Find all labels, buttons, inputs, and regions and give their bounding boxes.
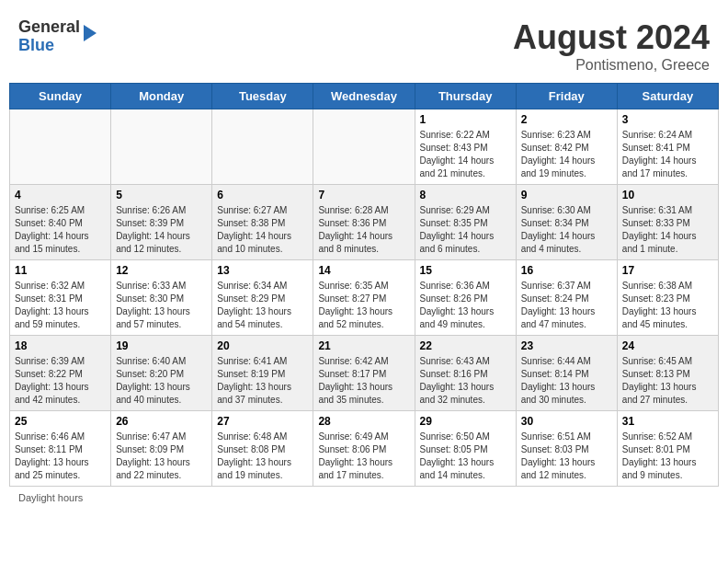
day-number: 1: [420, 113, 511, 126]
day-number: 7: [318, 189, 409, 201]
day-number: 31: [622, 415, 713, 428]
calendar-day-cell: 22Sunrise: 6:43 AM Sunset: 8:16 PM Dayli…: [415, 336, 516, 411]
calendar-week-row: 25Sunrise: 6:46 AM Sunset: 8:11 PM Dayli…: [10, 411, 719, 487]
day-number: 25: [15, 415, 106, 428]
day-info: Sunrise: 6:29 AM Sunset: 8:35 PM Dayligh…: [420, 204, 511, 256]
calendar-week-row: 11Sunrise: 6:32 AM Sunset: 8:31 PM Dayli…: [10, 260, 719, 336]
calendar-day-cell: 14Sunrise: 6:35 AM Sunset: 8:27 PM Dayli…: [313, 260, 415, 336]
calendar-day-cell: 6Sunrise: 6:27 AM Sunset: 8:38 PM Daylig…: [212, 185, 313, 260]
day-info: Sunrise: 6:50 AM Sunset: 8:05 PM Dayligh…: [420, 431, 511, 482]
day-info: Sunrise: 6:27 AM Sunset: 8:38 PM Dayligh…: [217, 204, 308, 256]
day-info: Sunrise: 6:23 AM Sunset: 8:42 PM Dayligh…: [521, 129, 612, 180]
calendar-day-cell: 29Sunrise: 6:50 AM Sunset: 8:05 PM Dayli…: [415, 411, 516, 487]
calendar-day-cell: 28Sunrise: 6:49 AM Sunset: 8:06 PM Dayli…: [313, 411, 415, 487]
day-info: Sunrise: 6:46 AM Sunset: 8:11 PM Dayligh…: [15, 431, 106, 482]
location-subtitle: Pontismeno, Greece: [513, 57, 710, 74]
day-info: Sunrise: 6:38 AM Sunset: 8:23 PM Dayligh…: [622, 280, 713, 331]
day-info: Sunrise: 6:36 AM Sunset: 8:26 PM Dayligh…: [420, 280, 511, 331]
day-info: Sunrise: 6:22 AM Sunset: 8:43 PM Dayligh…: [420, 129, 511, 180]
day-info: Sunrise: 6:43 AM Sunset: 8:16 PM Dayligh…: [420, 355, 511, 407]
calendar-day-cell: 15Sunrise: 6:36 AM Sunset: 8:26 PM Dayli…: [415, 260, 516, 336]
weekday-header: Friday: [516, 84, 617, 109]
calendar-day-cell: 12Sunrise: 6:33 AM Sunset: 8:30 PM Dayli…: [111, 260, 212, 336]
logo-general: General: [18, 18, 80, 37]
calendar-day-cell: 27Sunrise: 6:48 AM Sunset: 8:08 PM Dayli…: [212, 411, 313, 487]
day-number: 13: [217, 264, 308, 277]
calendar-day-cell: 11Sunrise: 6:32 AM Sunset: 8:31 PM Dayli…: [10, 260, 111, 336]
day-info: Sunrise: 6:28 AM Sunset: 8:36 PM Dayligh…: [318, 204, 409, 256]
calendar-day-cell: 8Sunrise: 6:29 AM Sunset: 8:35 PM Daylig…: [415, 185, 516, 260]
logo-arrow-icon: [84, 25, 97, 41]
calendar-day-cell: 2Sunrise: 6:23 AM Sunset: 8:42 PM Daylig…: [516, 109, 617, 185]
day-info: Sunrise: 6:26 AM Sunset: 8:39 PM Dayligh…: [116, 204, 207, 256]
calendar-day-cell: 21Sunrise: 6:42 AM Sunset: 8:17 PM Dayli…: [313, 336, 415, 411]
day-info: Sunrise: 6:33 AM Sunset: 8:30 PM Dayligh…: [116, 280, 207, 331]
day-number: 11: [15, 264, 106, 277]
calendar-day-cell: 23Sunrise: 6:44 AM Sunset: 8:14 PM Dayli…: [516, 336, 617, 411]
day-number: 29: [420, 415, 511, 428]
day-info: Sunrise: 6:31 AM Sunset: 8:33 PM Dayligh…: [622, 204, 713, 256]
day-info: Sunrise: 6:48 AM Sunset: 8:08 PM Dayligh…: [217, 431, 308, 482]
daylight-label: Daylight hours: [18, 492, 83, 503]
calendar-day-cell: 24Sunrise: 6:45 AM Sunset: 8:13 PM Dayli…: [617, 336, 718, 411]
calendar-week-row: 4Sunrise: 6:25 AM Sunset: 8:40 PM Daylig…: [10, 185, 719, 260]
day-number: 27: [217, 415, 308, 428]
day-info: Sunrise: 6:25 AM Sunset: 8:40 PM Dayligh…: [15, 204, 106, 256]
logo-blue: Blue: [18, 37, 80, 55]
day-number: 5: [116, 189, 207, 201]
day-number: 14: [318, 264, 409, 277]
day-number: 28: [318, 415, 409, 428]
day-number: 12: [116, 264, 207, 277]
day-number: 21: [318, 339, 409, 352]
calendar-day-cell: 19Sunrise: 6:40 AM Sunset: 8:20 PM Dayli…: [111, 336, 212, 411]
day-number: 18: [15, 339, 106, 352]
day-number: 16: [521, 264, 612, 277]
day-info: Sunrise: 6:44 AM Sunset: 8:14 PM Dayligh…: [521, 355, 612, 407]
weekday-header: Sunday: [10, 84, 111, 109]
day-info: Sunrise: 6:35 AM Sunset: 8:27 PM Dayligh…: [318, 280, 409, 331]
month-year-title: August 2024: [513, 18, 710, 57]
weekday-header: Saturday: [617, 84, 718, 109]
day-info: Sunrise: 6:41 AM Sunset: 8:19 PM Dayligh…: [217, 355, 308, 407]
day-number: 8: [420, 189, 511, 201]
day-number: 30: [521, 415, 612, 428]
weekday-header: Tuesday: [212, 84, 313, 109]
calendar-day-cell: 17Sunrise: 6:38 AM Sunset: 8:23 PM Dayli…: [617, 260, 718, 336]
day-number: 3: [622, 113, 713, 126]
calendar-day-cell: 13Sunrise: 6:34 AM Sunset: 8:29 PM Dayli…: [212, 260, 313, 336]
day-info: Sunrise: 6:24 AM Sunset: 8:41 PM Dayligh…: [622, 129, 713, 180]
day-info: Sunrise: 6:30 AM Sunset: 8:34 PM Dayligh…: [521, 204, 612, 256]
day-number: 23: [521, 339, 612, 352]
day-number: 9: [521, 189, 612, 201]
day-info: Sunrise: 6:32 AM Sunset: 8:31 PM Dayligh…: [15, 280, 106, 331]
day-info: Sunrise: 6:37 AM Sunset: 8:24 PM Dayligh…: [521, 280, 612, 331]
calendar-day-cell: 7Sunrise: 6:28 AM Sunset: 8:36 PM Daylig…: [313, 185, 415, 260]
calendar-week-row: 18Sunrise: 6:39 AM Sunset: 8:22 PM Dayli…: [10, 336, 719, 411]
day-info: Sunrise: 6:42 AM Sunset: 8:17 PM Dayligh…: [318, 355, 409, 407]
title-block: August 2024 Pontismeno, Greece: [513, 18, 710, 74]
calendar-day-cell: 10Sunrise: 6:31 AM Sunset: 8:33 PM Dayli…: [617, 185, 718, 260]
day-info: Sunrise: 6:49 AM Sunset: 8:06 PM Dayligh…: [318, 431, 409, 482]
day-info: Sunrise: 6:34 AM Sunset: 8:29 PM Dayligh…: [217, 280, 308, 331]
calendar-day-cell: [10, 109, 111, 185]
footer: Daylight hours: [9, 492, 719, 503]
weekday-header: Monday: [111, 84, 212, 109]
calendar-day-cell: 31Sunrise: 6:52 AM Sunset: 8:01 PM Dayli…: [617, 411, 718, 487]
day-number: 10: [622, 189, 713, 201]
calendar-day-cell: 26Sunrise: 6:47 AM Sunset: 8:09 PM Dayli…: [111, 411, 212, 487]
day-number: 4: [15, 189, 106, 201]
calendar-day-cell: [313, 109, 415, 185]
calendar-day-cell: 3Sunrise: 6:24 AM Sunset: 8:41 PM Daylig…: [617, 109, 718, 185]
day-info: Sunrise: 6:40 AM Sunset: 8:20 PM Dayligh…: [116, 355, 207, 407]
day-number: 20: [217, 339, 308, 352]
calendar-week-row: 1Sunrise: 6:22 AM Sunset: 8:43 PM Daylig…: [10, 109, 719, 185]
calendar-table: SundayMondayTuesdayWednesdayThursdayFrid…: [9, 83, 719, 487]
day-info: Sunrise: 6:51 AM Sunset: 8:03 PM Dayligh…: [521, 431, 612, 482]
day-number: 24: [622, 339, 713, 352]
calendar-day-cell: 20Sunrise: 6:41 AM Sunset: 8:19 PM Dayli…: [212, 336, 313, 411]
calendar-day-cell: [212, 109, 313, 185]
day-number: 17: [622, 264, 713, 277]
calendar-day-cell: 18Sunrise: 6:39 AM Sunset: 8:22 PM Dayli…: [10, 336, 111, 411]
weekday-header: Thursday: [415, 84, 516, 109]
day-info: Sunrise: 6:45 AM Sunset: 8:13 PM Dayligh…: [622, 355, 713, 407]
